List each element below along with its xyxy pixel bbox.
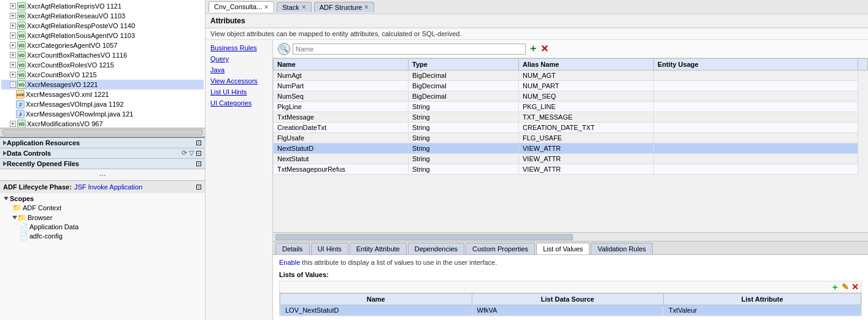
table-row[interactable]: NumSeq BigDecimal NUM_SEQ — [274, 91, 868, 102]
sidebar-list-ui-hints[interactable]: List UI Hints — [205, 86, 272, 97]
data-controls-section[interactable]: Data Controls ⟳ ▽ ⊡ — [0, 148, 205, 159]
scope-adfc-config[interactable]: 📄 adfc-config — [2, 232, 202, 241]
expand-btn[interactable]: - — [10, 82, 16, 88]
tree-item[interactable]: + VO XxcrAgtRelationReseauVO 1103 — [1, 11, 204, 21]
col-name: Name — [274, 59, 409, 70]
lov-enable-link[interactable]: Enable — [279, 259, 300, 266]
tab-ui-hints[interactable]: UI Hints — [311, 243, 348, 254]
col-scroll — [858, 59, 868, 70]
lov-col-attribute: List Attribute — [664, 294, 861, 305]
tree-item[interactable]: + VO XxcrCountBoxVO 1215 — [1, 70, 204, 80]
add-attribute-button[interactable]: ＋ — [528, 42, 538, 55]
window-icon[interactable]: ⊡ — [196, 159, 202, 168]
tree-item-messages-xml[interactable]: xml XxcrMessagesVO.xml 1221 — [1, 90, 204, 99]
cell-entity — [654, 164, 858, 175]
tab-list-of-values[interactable]: List of Values — [536, 243, 590, 254]
right-panel: Cnv_Consulta... ✕ Stack ✕ ADF Structure … — [205, 0, 868, 320]
tab-validation-rules[interactable]: Validation Rules — [591, 243, 653, 254]
tree-item[interactable]: + VO XxcrAgtRelationSousAgentVO 1103 — [1, 31, 204, 40]
expand-btn[interactable]: + — [10, 42, 16, 48]
sidebar-ui-categories[interactable]: UI Categories — [205, 97, 272, 109]
lov-add-button[interactable]: ＋ — [831, 283, 839, 291]
collapse-dots[interactable]: ··· — [0, 169, 205, 180]
cell-alias: VIEW_ATTR — [519, 143, 654, 154]
tab-cnv-consulta[interactable]: Cnv_Consulta... ✕ — [209, 1, 274, 12]
tab-label: ADF Structure — [320, 4, 363, 11]
folder-icon: 📁 — [17, 213, 26, 222]
sidebar-business-rules[interactable]: Business Rules — [205, 42, 272, 53]
tree-item-messages-impl[interactable]: J XxcrMessagesVOImpl.java 1192 — [1, 99, 204, 109]
table-row[interactable]: TxtMessage String TXT_MESSAGE — [274, 112, 868, 123]
tab-label: Stack — [282, 4, 299, 11]
scopes-section[interactable]: Scopes 📁 ADF Context 📁 Browser 📄 Applica… — [0, 193, 205, 321]
expand-btn[interactable]: + — [10, 52, 16, 58]
tab-dependencies[interactable]: Dependencies — [408, 243, 464, 254]
table-row[interactable]: CreationDateTxt String CREATION_DATE_TXT — [274, 123, 868, 133]
expand-btn[interactable]: + — [10, 32, 16, 39]
table-row[interactable]: NumPart BigDecimal NUM_PART — [274, 81, 868, 91]
cell-type: BigDecimal — [409, 70, 519, 81]
attributes-table[interactable]: Name Type Alias Name Entity Usage NumAgt — [273, 58, 868, 232]
scope-adf-context[interactable]: 📁 ADF Context — [2, 203, 202, 213]
expand-btn[interactable]: + — [10, 3, 16, 9]
lov-edit-button[interactable]: ✎ — [842, 283, 849, 291]
refresh-icon[interactable]: ⟳ — [182, 149, 187, 158]
table-h-scrollbar[interactable] — [273, 232, 868, 241]
cell-type: BigDecimal — [409, 81, 519, 91]
vo-icon: VO — [17, 31, 26, 40]
close-icon[interactable]: ✕ — [264, 4, 269, 10]
close-icon[interactable]: ✕ — [301, 4, 306, 10]
table-row[interactable]: NextStatut String VIEW_ATTR — [274, 154, 868, 164]
expand-btn[interactable]: + — [10, 121, 16, 127]
lov-remove-button[interactable]: ✕ — [851, 283, 859, 291]
table-row[interactable]: NumAgt BigDecimal NUM_AGT — [274, 70, 868, 81]
tree-item-messages-vo[interactable]: - VO XxcrMessagesVO 1221 — [1, 80, 204, 90]
window-icon[interactable]: ⊡ — [196, 149, 202, 158]
tree-item[interactable]: + VO XxcrModificationsVO 967 — [1, 119, 204, 128]
search-icon[interactable]: 🔍 — [278, 43, 290, 55]
sidebar-query[interactable]: Query — [205, 53, 272, 64]
tree-item[interactable]: + VO XxcrCountBoxRattachesVO 1116 — [1, 50, 204, 60]
close-icon[interactable]: ✕ — [364, 4, 369, 10]
adf-config-icon[interactable]: ⊡ — [196, 183, 202, 191]
cell-type: String — [409, 112, 519, 123]
expand-btn[interactable]: + — [10, 62, 16, 68]
filter-icon[interactable]: ▽ — [189, 149, 194, 158]
expand-btn[interactable]: + — [10, 13, 16, 19]
col-alias: Alias Name — [519, 59, 654, 70]
file-tree[interactable]: + VO XxcrAgtRelationReprisVO 1121 + VO X… — [0, 0, 205, 128]
recently-opened-section[interactable]: Recently Opened Files ⊡ — [0, 159, 205, 169]
scopes-header[interactable]: Scopes — [2, 194, 202, 203]
sidebar-java[interactable]: Java — [205, 64, 272, 75]
cell-type: String — [409, 164, 519, 175]
cell-alias: NUM_AGT — [519, 70, 654, 81]
cell-name: FlgUsafe — [274, 133, 409, 143]
lov-table-row[interactable]: LOV_NextStatutD WfkVA TxtValeur — [280, 305, 861, 316]
tab-stack[interactable]: Stack ✕ — [277, 2, 312, 12]
tab-details[interactable]: Details — [275, 243, 310, 254]
tree-item[interactable]: + VO XxcrAgtRelationRespPosteVO 1140 — [1, 21, 204, 31]
search-input[interactable] — [293, 44, 526, 55]
table-row[interactable]: PkgLine String PKG_LINE — [274, 102, 868, 112]
window-icon[interactable]: ⊡ — [196, 139, 202, 147]
table-row-selected[interactable]: NextStatutD String VIEW_ATTR — [274, 143, 868, 154]
sidebar-view-accessors[interactable]: View Accessors — [205, 75, 272, 86]
cell-entity — [654, 123, 858, 133]
expand-btn[interactable]: + — [10, 23, 16, 29]
cell-entity — [654, 143, 858, 154]
expand-btn[interactable]: + — [10, 72, 16, 78]
tab-custom-properties[interactable]: Custom Properties — [466, 243, 535, 254]
tree-item[interactable]: + VO XxcrCategoriesAgentVO 1057 — [1, 40, 204, 50]
tab-adf-structure[interactable]: ADF Structure ✕ — [314, 2, 375, 12]
tree-item[interactable]: + VO XxcrAgtRelationReprisVO 1121 — [1, 1, 204, 11]
scope-app-data[interactable]: 📄 Application Data — [2, 223, 202, 232]
table-row[interactable]: TxtMessagepourRefus String VIEW_ATTR — [274, 164, 868, 175]
application-resources-section[interactable]: Application Resources ⊡ — [0, 138, 205, 148]
remove-attribute-button[interactable]: ✕ — [540, 43, 548, 55]
table-row[interactable]: FlgUsafe String FLG_USAFE — [274, 133, 868, 143]
tree-item-messages-row[interactable]: J XxcrMessagesVORowImpl.java 121 — [1, 109, 204, 119]
scope-browser[interactable]: 📁 Browser — [2, 213, 202, 223]
tree-scrollbar[interactable] — [0, 128, 205, 137]
tree-item[interactable]: + VO XxcrCountBoxRolesVO 1215 — [1, 60, 204, 70]
tab-entity-attribute[interactable]: Entity Attribute — [350, 243, 407, 254]
